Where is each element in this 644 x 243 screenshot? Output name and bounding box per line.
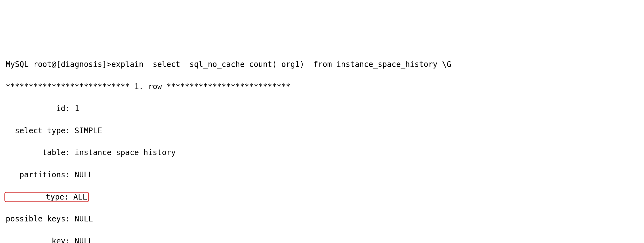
kv-separator: :: [65, 126, 75, 135]
kv-separator: :: [64, 193, 73, 201]
field-key: key: NULL: [6, 236, 638, 243]
prompt-line: MySQL root@[diagnosis]>explain select sq…: [6, 59, 638, 70]
kv-separator: :: [65, 148, 75, 157]
kv-separator: :: [65, 170, 75, 179]
field-value: NULL: [75, 170, 93, 179]
field-possible-keys: possible_keys: NULL: [6, 213, 638, 225]
field-value: SIMPLE: [75, 126, 102, 135]
field-label: type: [6, 192, 64, 203]
field-value: 1: [75, 104, 79, 113]
kv-separator: :: [65, 104, 75, 113]
field-value: ALL: [73, 193, 87, 201]
field-label: key: [6, 236, 65, 243]
kv-separator: :: [65, 237, 75, 243]
field-select-type: select_type: SIMPLE: [6, 125, 638, 136]
field-label: possible_keys: [6, 213, 65, 225]
field-label: select_type: [6, 125, 65, 136]
highlight-box-icon: type: ALL: [4, 192, 89, 202]
field-table: table: instance_space_history: [6, 147, 638, 158]
field-partitions: partitions: NULL: [6, 169, 638, 181]
field-value: NULL: [75, 237, 93, 243]
field-value: instance_space_history: [75, 148, 176, 157]
field-label: partitions: [6, 169, 65, 181]
field-label: table: [6, 147, 65, 158]
field-type: type: ALL: [6, 192, 638, 203]
mysql-explain-output: MySQL root@[diagnosis]>explain select sq…: [6, 48, 638, 243]
field-value: NULL: [75, 214, 93, 223]
field-id: id: 1: [6, 103, 638, 114]
row-header: *************************** 1. row *****…: [6, 81, 638, 92]
field-label: id: [6, 103, 65, 114]
kv-separator: :: [65, 214, 75, 223]
